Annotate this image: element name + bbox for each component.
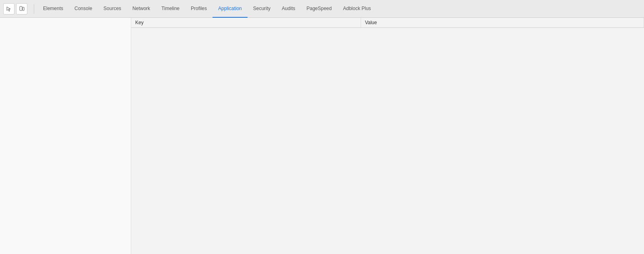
tab-adblock[interactable]: Adblock Plus [337, 0, 376, 18]
tab-console[interactable]: Console [69, 0, 98, 18]
tab-profiles[interactable]: Profiles [185, 0, 213, 18]
sidebar [0, 18, 131, 254]
cursor-icon[interactable] [3, 3, 14, 15]
content-area: Key Value [131, 18, 644, 254]
value-column-header: Value [361, 18, 644, 28]
tab-timeline[interactable]: Timeline [156, 0, 185, 18]
device-icon[interactable] [16, 3, 27, 15]
toolbar-icons [3, 3, 27, 15]
tab-network[interactable]: Network [127, 0, 156, 18]
main-panel: Key Value [0, 18, 644, 254]
tab-application[interactable]: Application [213, 0, 248, 18]
storage-table: Key Value [131, 18, 644, 28]
toolbar: ElementsConsoleSourcesNetworkTimelinePro… [0, 0, 644, 18]
toolbar-divider [34, 4, 34, 14]
tab-pagespeed[interactable]: PageSpeed [301, 0, 337, 18]
tab-audits[interactable]: Audits [276, 0, 301, 18]
tab-elements[interactable]: Elements [37, 0, 69, 18]
tab-sources[interactable]: Sources [98, 0, 127, 18]
svg-rect-0 [20, 6, 22, 10]
tab-security[interactable]: Security [248, 0, 276, 18]
key-column-header: Key [131, 18, 361, 28]
tab-list: ElementsConsoleSourcesNetworkTimelinePro… [37, 0, 377, 18]
svg-rect-1 [23, 7, 24, 10]
table-container[interactable]: Key Value [131, 18, 644, 254]
